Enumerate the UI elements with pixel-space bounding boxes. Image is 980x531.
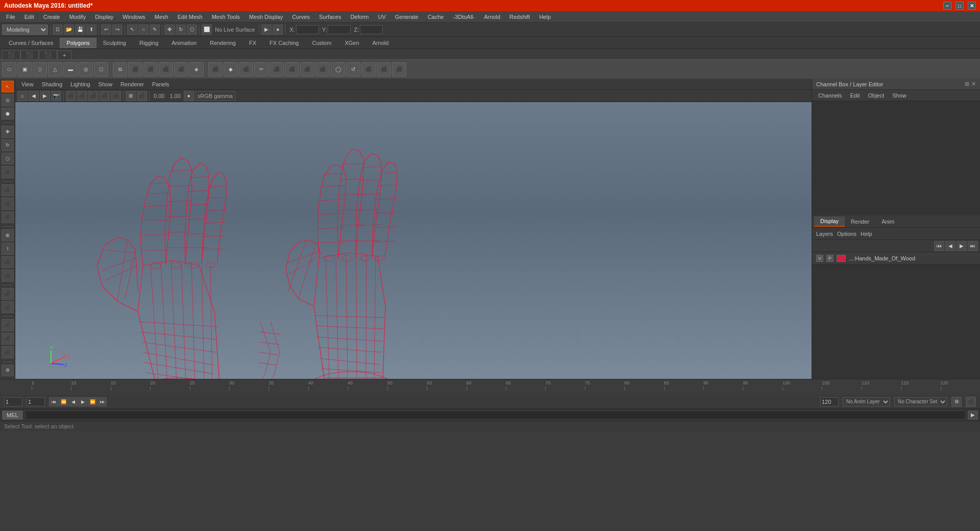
x-coord-input[interactable] [296,25,319,34]
layer-playback-btn[interactable]: P [826,255,834,262]
tab-sculpting[interactable]: Sculpting [96,38,133,48]
shelf-combine-icon[interactable]: ⧉ [113,62,127,77]
vp-gamma-icon[interactable]: ● [184,91,194,101]
vp-home-btn[interactable]: ⌂ [17,91,28,101]
menu-arnold[interactable]: Arnold [480,13,504,21]
shelf-append-poly-icon[interactable]: ⬛ [392,62,406,77]
menu-uv[interactable]: UV [374,13,389,21]
shelf-cone-icon[interactable]: △ [48,62,62,77]
open-scene-btn[interactable]: 📂 [64,25,74,35]
layer-skip-fwd-btn[interactable]: ⏭ [968,241,978,251]
viewport-menu-panels[interactable]: Panels [150,81,172,87]
shelf-connect-icon[interactable]: ⬛ [315,62,330,77]
no-character-set-select[interactable]: No Character Set [894,397,947,406]
select-tool-btn[interactable]: ↖ [127,25,137,35]
dollly-btn[interactable]: ⬛ [2,333,14,345]
vp-shaded-wire-btn[interactable]: ⬛ [100,91,110,101]
vp-camera-btn[interactable]: 📷 [51,91,61,101]
menu-create[interactable]: Create [39,13,64,21]
menu-help[interactable]: Help [535,13,555,21]
shelf-plane-icon[interactable]: ▬ [63,62,78,77]
shelf-torus-icon[interactable]: ◎ [79,62,93,77]
menu-deform[interactable]: Deform [346,13,373,21]
shelf-cube-icon[interactable]: ▣ [17,62,32,77]
tab-anim[interactable]: Anim [875,217,900,226]
snap-to-grid-btn[interactable]: ⊞ [2,229,14,241]
timeline-start-input[interactable] [4,397,22,406]
maximize-button[interactable]: □ [955,2,964,10]
playback-step-back-btn[interactable]: ⏪ [59,397,68,406]
shelf-extract-icon[interactable]: ⬛ [143,62,158,77]
shelf-tab-add[interactable]: + [57,51,71,59]
menu-modify[interactable]: Modify [65,13,90,21]
viewport-menu-lighting[interactable]: Lighting [68,81,92,87]
lasso-btn[interactable]: ○ [138,25,149,35]
tab-animation[interactable]: Animation [165,38,203,48]
menu-edit-mesh[interactable]: Edit Mesh [174,13,207,21]
snap-to-point-btn[interactable]: ⬛ [2,256,14,268]
tab-display[interactable]: Display [814,216,845,227]
shelf-sphere-icon[interactable]: ⬭ [2,62,16,77]
cb-menu-channels[interactable]: Channels [814,91,846,100]
shelf-multi-cut-icon[interactable]: ⬛ [300,62,314,77]
lasso-left-btn[interactable]: ⬟ [2,108,14,119]
paint-sel-left-btn[interactable]: ◎ [2,94,14,106]
tab-xgen[interactable]: XGen [338,38,365,48]
soft-mod-btn[interactable]: ⬛ [2,184,14,196]
show-manipulator-btn[interactable]: ⬛ [2,211,14,223]
menu-cache[interactable]: Cache [424,13,448,21]
playback-skip-start-btn[interactable]: ⏮ [49,397,58,406]
vp-flat-shade-btn[interactable]: ⬛ [88,91,99,101]
scale-btn[interactable]: ⬡ [187,25,197,35]
menu-windows[interactable]: Windows [118,13,150,21]
cb-menu-show[interactable]: Show [888,91,911,100]
timeline-end-input[interactable] [820,397,839,406]
track-btn[interactable]: ⬛ [2,319,14,331]
mel-btn[interactable]: MEL [2,411,23,420]
menu-mesh[interactable]: Mesh [151,13,173,21]
menu-display[interactable]: Display [91,13,117,21]
tab-render[interactable]: Render [845,217,875,226]
tab-fx[interactable]: FX [242,38,263,48]
menu-file[interactable]: File [2,13,19,21]
layers-menu-help[interactable]: Help [861,231,872,237]
save-as-btn[interactable]: ⬆ [86,25,96,35]
cb-menu-edit[interactable]: Edit [846,91,864,100]
ipr-left-btn[interactable]: ⬛ [2,301,14,313]
playback-skip-end-btn[interactable]: ⏭ [97,397,107,406]
viewport-menu-shading[interactable]: Shading [40,81,64,87]
tab-rendering[interactable]: Rendering [203,38,242,48]
menu-mesh-tools[interactable]: Mesh Tools [208,13,244,21]
tab-arnold[interactable]: Arnold [366,38,396,48]
menu-redshift[interactable]: Redshift [505,13,534,21]
script-run-btn[interactable]: ▶ [968,411,978,420]
tab-rigging[interactable]: Rigging [133,38,165,48]
shelf-bridge-icon[interactable]: ⬛ [159,62,173,77]
viewport-menu-renderer[interactable]: Renderer [118,81,146,87]
no-anim-layer-select[interactable]: No Anim Layer [843,397,890,406]
viewport-canvas[interactable]: .wire { stroke: #cc2244; stroke-width: 0… [15,102,812,379]
shelf-separate-icon[interactable]: ⬛ [128,62,142,77]
vp-wireframe-btn[interactable]: ⬛ [66,91,76,101]
render-btn[interactable]: ▶ [261,25,272,35]
paint-sel-btn[interactable]: ✎ [150,25,160,35]
tab-custom[interactable]: Custom [306,38,338,48]
layers-menu-layers[interactable]: Layers [816,231,833,237]
scale-left-btn[interactable]: ⬡ [2,153,14,164]
snap-to-view-plane-btn[interactable]: ⬛ [2,270,14,281]
move-btn[interactable]: ✤ [164,25,175,35]
y-coord-input[interactable] [328,25,351,34]
shelf-bevel-icon[interactable]: ◆ [224,62,238,77]
shelf-tab-3[interactable]: ⬛ [39,50,57,59]
new-scene-btn[interactable]: 🗋 [53,25,63,35]
vp-grid-btn[interactable]: ⊞ [126,91,136,101]
playback-back-btn[interactable]: ◀ [68,397,78,406]
tab-polygons[interactable]: Polygons [60,38,96,48]
tool-settings-btn[interactable]: ⚙ [2,365,14,376]
close-button[interactable]: ✕ [968,2,976,10]
shelf-tab-2[interactable]: ⬛ [20,50,39,59]
move-left-btn[interactable]: ✤ [2,126,14,137]
layer-skip-back-btn[interactable]: ⏮ [934,241,944,251]
shelf-spin-icon[interactable]: ↺ [346,62,360,77]
undo-btn[interactable]: ↩ [101,25,111,35]
